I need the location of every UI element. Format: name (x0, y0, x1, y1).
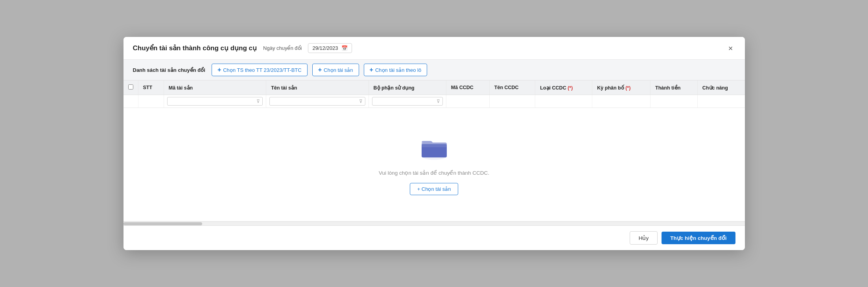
date-label: Ngày chuyển đổi (263, 45, 302, 51)
btn-choose-by-tt[interactable]: + Chọn TS theo TT 23/2023/TT-BTC (212, 64, 308, 76)
table-filter-row: ⊽ ⊽ (123, 95, 745, 108)
date-input-wrap[interactable]: 29/12/2023 📅 (308, 43, 352, 53)
table-wrap: STT Mã tài sản Tên tài sản Bộ phận sử dụ… (123, 80, 745, 221)
th-chuc-nang: Chức năng (697, 80, 745, 95)
filter-bo-phan-wrap: ⊽ (372, 97, 443, 106)
filter-ten-tai-san-wrap: ⊽ (269, 97, 365, 106)
btn-choose-asset-label: Chọn tài sản (324, 67, 353, 73)
asset-table: STT Mã tài sản Tên tài sản Bộ phận sử dụ… (123, 80, 745, 221)
th-loai-ccdc: Loại CCDC (*) (535, 80, 592, 95)
folder-icon (418, 134, 450, 161)
close-button[interactable]: × (726, 44, 735, 53)
plus-icon-3: + (370, 66, 373, 73)
filter-cell-loai-ccdc (535, 95, 592, 108)
horizontal-scrollbar[interactable] (123, 221, 745, 225)
table-header-row: STT Mã tài sản Tên tài sản Bộ phận sử dụ… (123, 80, 745, 95)
filter-cell-chuc-nang (697, 95, 745, 108)
main-modal: Chuyển tài sản thành công cụ dụng cụ Ngà… (123, 37, 745, 250)
th-stt: STT (138, 80, 164, 95)
plus-icon-1: + (217, 66, 221, 73)
btn-choose-asset[interactable]: + Chọn tài sản (312, 64, 359, 76)
empty-state-cell: Vui lòng chọn tài sản để chuyển thành CC… (123, 108, 745, 221)
toolbar-list-label: Danh sách tài sản chuyển đổi (133, 67, 205, 73)
th-ten-ccdc: Tên CCDC (489, 80, 535, 95)
filter-icon-ten: ⊽ (359, 99, 363, 104)
scrollbar-thumb[interactable] (123, 222, 202, 225)
filter-cell-ma-ccdc (446, 95, 489, 108)
filter-ten-tai-san-input[interactable] (272, 99, 357, 104)
btn-choose-asset-by-lot-label: Chọn tài sản theo lô (375, 67, 421, 73)
modal-header: Chuyển tài sản thành công cụ dụng cụ Ngà… (123, 37, 745, 60)
modal-toolbar: Danh sách tài sản chuyển đổi + Chọn TS t… (123, 60, 745, 80)
empty-state: Vui lòng chọn tài sản để chuyển thành CC… (128, 110, 740, 219)
filter-icon-bo-phan: ⊽ (437, 99, 440, 104)
filter-cell-ten-tai-san: ⊽ (266, 95, 369, 108)
filter-icon-ma: ⊽ (256, 99, 260, 104)
plus-icon-2: + (318, 66, 322, 73)
empty-state-row: Vui lòng chọn tài sản để chuyển thành CC… (123, 108, 745, 221)
filter-cell-thanh-tien (651, 95, 698, 108)
empty-state-text: Vui lòng chọn tài sản để chuyển thành CC… (379, 170, 489, 176)
filter-cell-stt (138, 95, 164, 108)
calendar-icon[interactable]: 📅 (341, 45, 348, 51)
svg-rect-3 (422, 144, 447, 147)
filter-cell-bo-phan: ⊽ (369, 95, 446, 108)
filter-cell-ma-tai-san: ⊽ (164, 95, 266, 108)
th-ma-ccdc: Mã CCDC (446, 80, 489, 95)
cancel-button[interactable]: Hủy (630, 231, 658, 245)
confirm-button[interactable]: Thực hiện chuyển đổi (662, 232, 735, 244)
select-all-checkbox[interactable] (128, 84, 133, 90)
modal-footer: Hủy Thực hiện chuyển đổi (123, 225, 745, 250)
modal-body: STT Mã tài sản Tên tài sản Bộ phận sử dụ… (123, 80, 745, 225)
filter-ma-tai-san-wrap: ⊽ (167, 97, 263, 106)
required-star-loai: (*) (568, 85, 573, 91)
empty-state-choose-btn[interactable]: + Chọn tài sản (410, 183, 459, 195)
th-ma-tai-san: Mã tài sản (164, 80, 266, 95)
empty-state-choose-btn-label: + Chọn tài sản (417, 186, 451, 192)
btn-choose-by-tt-label: Chọn TS theo TT 23/2023/TT-BTC (223, 67, 301, 73)
th-ten-tai-san: Tên tài sản (266, 80, 369, 95)
date-value: 29/12/2023 (312, 45, 338, 51)
th-thanh-tien: Thành tiền (651, 80, 698, 95)
filter-bo-phan-select[interactable] (375, 99, 435, 104)
filter-cell-ten-ccdc (489, 95, 535, 108)
th-checkbox (123, 80, 138, 95)
filter-ma-tai-san-input[interactable] (170, 99, 255, 104)
th-ky-phan-bo: Kỳ phân bố (*) (592, 80, 651, 95)
th-bo-phan-su-dung: Bộ phận sử dụng (369, 80, 446, 95)
btn-choose-asset-by-lot[interactable]: + Chọn tài sản theo lô (364, 64, 428, 76)
filter-cell-checkbox (123, 95, 138, 108)
filter-cell-ky-phan-bo (592, 95, 651, 108)
modal-title: Chuyển tài sản thành công cụ dụng cụ (133, 44, 257, 52)
folder-icon-wrap (418, 134, 450, 163)
required-star-ky: (*) (625, 85, 630, 91)
